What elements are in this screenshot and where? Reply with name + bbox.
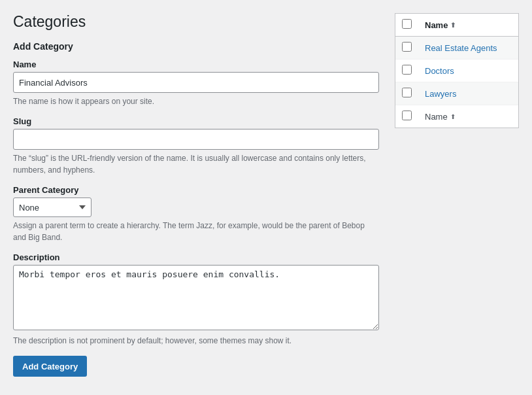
slug-label: Slug: [13, 116, 382, 126]
row-name-cell: Real Estate Agents: [418, 37, 518, 60]
header-name-cell: Name ⬆: [418, 14, 518, 37]
name-field-group: Name The name is how it appears on your …: [13, 60, 382, 107]
sort-icon: ⬆: [450, 22, 456, 29]
row-checkbox-cell: [395, 82, 418, 105]
table-row: Lawyers: [395, 82, 518, 105]
footer-sort-icon: ⬆: [450, 113, 456, 120]
name-label: Name: [13, 60, 382, 69]
description-field-group: Description Morbi tempor eros et mauris …: [13, 252, 382, 347]
select-all-checkbox[interactable]: [402, 19, 412, 29]
header-checkbox-cell: [395, 14, 418, 37]
section-title: Add Category: [13, 41, 382, 52]
parent-label: Parent Category: [13, 185, 382, 195]
footer-name-cell: Name ⬆: [418, 105, 518, 128]
row-name-cell: Doctors: [418, 60, 518, 82]
description-textarea[interactable]: Morbi tempor eros et mauris posuere enim…: [13, 265, 379, 330]
description-hint: The description is not prominent by defa…: [13, 335, 379, 347]
row-checkbox[interactable]: [402, 88, 412, 97]
categories-table: Name ⬆ Real Estate Agents: [395, 14, 518, 128]
name-input[interactable]: [13, 72, 379, 93]
table-row: Real Estate Agents: [395, 37, 518, 60]
parent-select[interactable]: None: [13, 198, 91, 217]
row-checkbox-cell: [395, 37, 418, 60]
header-name-label: Name: [425, 20, 448, 30]
description-label: Description: [13, 252, 382, 262]
footer-select-all-checkbox[interactable]: [402, 111, 412, 120]
name-hint: The name is how it appears on your site.: [13, 95, 379, 107]
categories-table-panel: Name ⬆ Real Estate Agents: [395, 13, 519, 128]
row-checkbox[interactable]: [402, 42, 412, 52]
slug-input[interactable]: [13, 129, 379, 150]
category-link[interactable]: Doctors: [425, 66, 454, 76]
page-title: Categories: [13, 13, 382, 31]
table-row: Doctors: [395, 60, 518, 82]
category-link[interactable]: Real Estate Agents: [425, 43, 497, 53]
category-link[interactable]: Lawyers: [425, 89, 456, 99]
slug-field-group: Slug The “slug” is the URL-friendly vers…: [13, 116, 382, 176]
add-category-button[interactable]: Add Category: [13, 356, 87, 377]
row-checkbox[interactable]: [402, 65, 412, 75]
left-panel: Categories Add Category Name The name is…: [13, 13, 382, 377]
row-name-cell: Lawyers: [418, 82, 518, 105]
parent-hint: Assign a parent term to create a hierarc…: [13, 220, 379, 243]
parent-field-group: Parent Category None Assign a parent ter…: [13, 185, 382, 243]
footer-name-label: Name: [425, 112, 448, 122]
footer-checkbox-cell: [395, 105, 418, 128]
category-rows: Real Estate Agents Doctors: [395, 37, 518, 105]
slug-hint: The “slug” is the URL-friendly version o…: [13, 152, 379, 176]
row-checkbox-cell: [395, 60, 418, 82]
